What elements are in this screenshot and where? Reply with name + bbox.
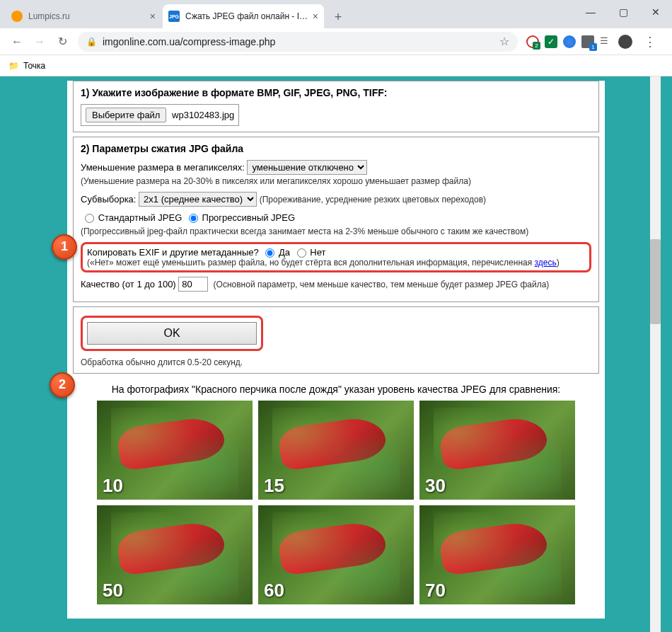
samples-caption: На фотографиях "Красного перчика после д…: [67, 384, 605, 395]
tab-title: Сжать JPEG файл онлайн - IMG: [185, 11, 308, 21]
selected-filename: wp3102483.jpg: [172, 110, 234, 120]
section-title: 1) Укажите изображение в формате BMP, GI…: [81, 87, 591, 98]
minimize-button[interactable]: —: [574, 0, 607, 24]
exif-yes-radio[interactable]: [265, 248, 274, 258]
extension-opera-icon[interactable]: 2: [526, 35, 539, 48]
section-submit: OK 2 Обработка обычно длится 0.5-20 секу…: [73, 306, 599, 374]
quality-input[interactable]: [178, 277, 208, 292]
quality-label: 30: [425, 475, 446, 497]
close-icon[interactable]: ×: [150, 11, 156, 22]
megapixel-hint: (Уменьшение размера на 20-30% в пикселях…: [81, 175, 591, 188]
tab-title: Lumpics.ru: [28, 11, 146, 21]
exif-label: Копировать EXIF и другие метаданные?: [87, 247, 259, 258]
scrollbar[interactable]: [650, 76, 661, 632]
section-title: 2) Параметры сжатия JPG файла: [81, 143, 591, 154]
quality-label: 50: [103, 580, 123, 602]
jpeg-prog-radio[interactable]: [189, 214, 198, 223]
quality-label: 15: [264, 475, 284, 497]
bookmarks-bar: 📁 Точка: [0, 55, 672, 76]
quality-sample: 30: [419, 401, 575, 500]
quality-samples-grid: 10 15 30 50 60 70: [67, 401, 605, 619]
megapixel-select[interactable]: уменьшение отключено: [247, 160, 367, 175]
scrollbar-thumb[interactable]: [650, 239, 661, 324]
ok-button[interactable]: OK: [87, 322, 257, 345]
megapixel-label: Уменьшение размера в мегапикселях:: [81, 162, 245, 173]
bookmark-folder[interactable]: Точка: [23, 61, 45, 71]
quality-label: 10: [103, 475, 123, 497]
quality-sample: 60: [258, 505, 414, 604]
exif-no-radio-label[interactable]: Нет: [293, 247, 326, 258]
page-viewport: 1) Укажите изображение в формате BMP, GI…: [0, 76, 672, 632]
extension-box-icon[interactable]: 1: [581, 35, 594, 48]
exif-link[interactable]: здесь: [535, 258, 557, 268]
profile-avatar[interactable]: [618, 35, 632, 49]
badge: 2: [533, 42, 540, 50]
maximize-button[interactable]: ▢: [607, 0, 639, 24]
close-window-button[interactable]: ✕: [639, 0, 672, 24]
menu-button[interactable]: ⋮: [638, 34, 662, 50]
tab-imgonline[interactable]: JPG Сжать JPEG файл онлайн - IMG ×: [163, 4, 324, 28]
forward-button[interactable]: →: [28, 30, 51, 53]
quality-label: 60: [264, 580, 284, 602]
jpeg-std-radio-label[interactable]: Стандартный JPEG: [81, 212, 182, 223]
reload-button[interactable]: ↻: [51, 30, 74, 53]
highlight-exif: 1 Копировать EXIF и другие метаданные? Д…: [81, 242, 591, 272]
url-text: imgonline.com.ua/compress-image.php: [103, 36, 494, 47]
exif-hint-a: («Нет» может ещё уменьшить размер файла,…: [87, 258, 535, 268]
highlight-ok: OK: [81, 316, 263, 351]
quality-hint: (Основной параметр, чем меньше качество,…: [214, 280, 550, 289]
jpeg-prog-radio-label[interactable]: Прогрессивный JPEG: [185, 212, 295, 223]
exif-no-radio[interactable]: [297, 248, 306, 258]
favicon-lumpics: [11, 11, 23, 22]
folder-icon: 📁: [8, 61, 19, 71]
close-icon[interactable]: ×: [313, 11, 318, 22]
badge: 1: [589, 43, 597, 51]
quality-sample: 10: [97, 401, 253, 500]
extension-globe-icon[interactable]: [563, 35, 576, 48]
quality-sample: 70: [419, 505, 575, 604]
favicon-imgonline: JPG: [168, 11, 180, 22]
section-params: 2) Параметры сжатия JPG файла Уменьшение…: [73, 137, 599, 302]
back-button[interactable]: ←: [6, 30, 28, 53]
jpeg-type-hint: (Прогрессивный jpeg-файл практически все…: [81, 225, 591, 238]
tab-lumpics[interactable]: Lumpics.ru ×: [6, 4, 161, 28]
page-content: 1) Укажите изображение в формате BMP, GI…: [67, 81, 605, 619]
subsampling-hint: (Прореживание, усреднение резких цветовы…: [260, 195, 486, 205]
quality-sample: 50: [97, 505, 253, 604]
address-bar: ← → ↻ 🔒 imgonline.com.ua/compress-image.…: [0, 28, 672, 55]
extension-check-icon[interactable]: ✓: [545, 35, 557, 48]
jpeg-std-radio[interactable]: [85, 214, 94, 223]
exif-hint-b: ): [557, 258, 560, 268]
exif-yes-radio-label[interactable]: Да: [261, 247, 290, 258]
reading-list-icon[interactable]: ☰: [600, 35, 613, 48]
browser-titlebar: Lumpics.ru × JPG Сжать JPEG файл онлайн …: [0, 0, 672, 28]
bookmark-star-icon[interactable]: ☆: [499, 35, 509, 48]
new-tab-button[interactable]: +: [328, 7, 348, 27]
processing-note: Обработка обычно длится 0.5-20 секунд.: [81, 357, 243, 367]
annotation-marker-1: 1: [52, 234, 77, 260]
subsampling-label: Субвыборка:: [81, 194, 136, 205]
section-upload: 1) Укажите изображение в формате BMP, GI…: [73, 81, 599, 132]
annotation-marker-2: 2: [50, 372, 75, 398]
lock-icon: 🔒: [86, 37, 97, 47]
quality-sample: 15: [258, 401, 414, 500]
address-input[interactable]: 🔒 imgonline.com.ua/compress-image.php ☆: [78, 32, 518, 52]
choose-file-button[interactable]: Выберите файл: [86, 108, 166, 122]
quality-label: Качество (от 1 до 100): [81, 279, 176, 289]
subsampling-select[interactable]: 2x1 (среднее качество): [139, 192, 257, 207]
quality-label: 70: [425, 580, 446, 602]
